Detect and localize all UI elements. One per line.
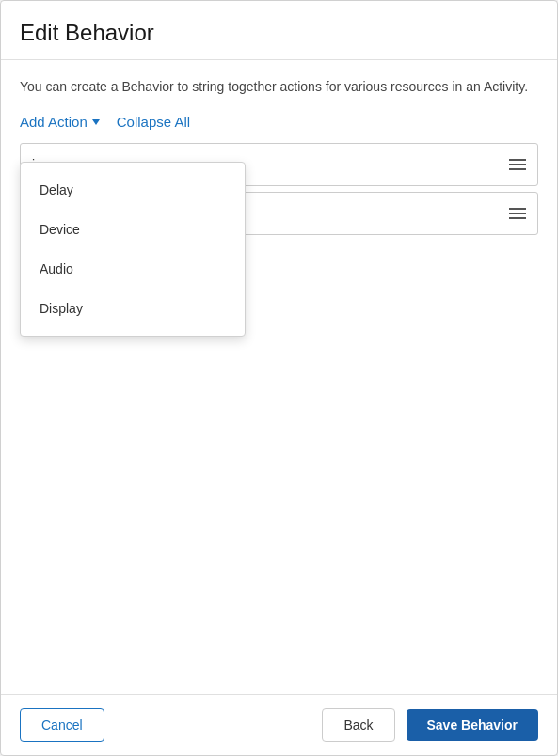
drag-handle-2[interactable] [509, 208, 526, 219]
chevron-down-icon [92, 119, 100, 125]
dropdown-item-display[interactable]: Display [21, 289, 245, 328]
dropdown-item-device[interactable]: Device [21, 210, 245, 249]
modal-title: Edit Behavior [20, 20, 538, 46]
modal-footer: Cancel Back Save Behavior [1, 694, 557, 755]
drag-handle-1[interactable] [509, 159, 526, 170]
dropdown-item-delay[interactable]: Delay [21, 170, 245, 210]
edit-behavior-modal: Edit Behavior You can create a Behavior … [0, 0, 558, 756]
modal-body: You can create a Behavior to string toge… [1, 60, 557, 694]
back-button[interactable]: Back [322, 708, 394, 742]
save-behavior-button[interactable]: Save Behavior [407, 709, 539, 741]
dropdown-item-audio[interactable]: Audio [21, 249, 245, 289]
toolbar: Add Action Collapse All [20, 114, 538, 130]
add-action-label: Add Action [20, 114, 88, 130]
footer-right: Back Save Behavior [322, 708, 538, 742]
add-action-button[interactable]: Add Action [20, 114, 100, 130]
modal-header: Edit Behavior [1, 1, 557, 60]
description-text: You can create a Behavior to string toge… [20, 77, 538, 97]
cancel-button[interactable]: Cancel [20, 708, 104, 742]
add-action-dropdown: Delay Device Audio Display [20, 162, 246, 337]
collapse-all-button[interactable]: Collapse All [117, 114, 190, 130]
